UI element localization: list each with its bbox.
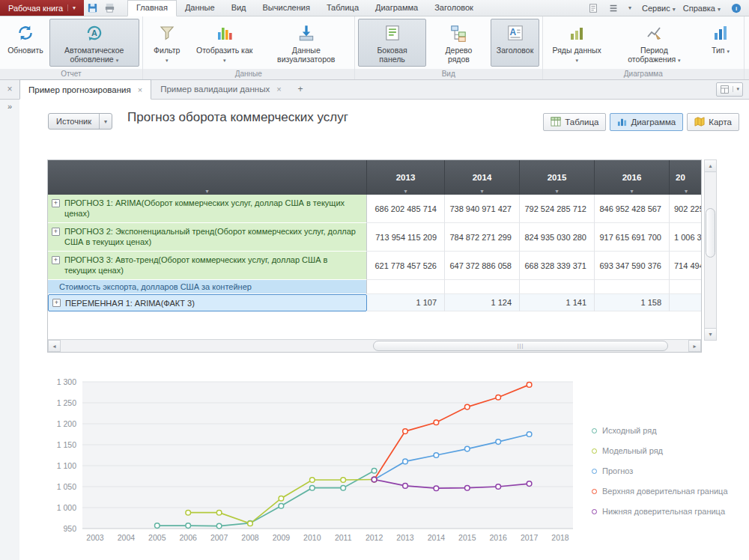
- filter-icon[interactable]: ▾: [630, 188, 633, 195]
- table-cell[interactable]: 1 158: [595, 294, 670, 311]
- ribbon-button[interactable]: Фильтр ▾: [146, 19, 188, 67]
- print-icon[interactable]: [101, 0, 118, 16]
- source-button[interactable]: Источник ▾: [48, 113, 112, 130]
- scroll-up-icon[interactable]: ▴: [705, 160, 716, 172]
- close-icon[interactable]: ×: [0, 80, 19, 99]
- table-cell[interactable]: [670, 294, 702, 311]
- expand-sidebar-icon[interactable]: »: [0, 100, 19, 111]
- ribbon-button[interactable]: Данные визуализаторов: [261, 19, 351, 67]
- ribbon-tab-5[interactable]: Диаграмма: [367, 0, 426, 16]
- view-chart-button[interactable]: Диаграмма: [610, 113, 683, 131]
- view-map-button[interactable]: Карта: [687, 113, 739, 131]
- document-tab-0[interactable]: Пример прогнозирования×: [19, 79, 151, 100]
- document-tab-1[interactable]: Пример валидации данных×: [151, 79, 290, 99]
- table-cell[interactable]: 647 372 886 058: [445, 252, 520, 280]
- table-cell[interactable]: 917 615 691 700: [595, 223, 670, 252]
- table-header-year[interactable]: 2013▾: [367, 160, 445, 195]
- table-header-year[interactable]: 20▾: [670, 160, 702, 195]
- horizontal-scrollbar[interactable]: ◂ ||| ▸: [48, 339, 701, 352]
- row-label[interactable]: Стоимость экспорта, долларов США за конт…: [48, 280, 367, 294]
- filter-icon[interactable]: ▾: [205, 188, 208, 195]
- expand-icon[interactable]: +: [52, 199, 60, 207]
- ribbon-button[interactable]: Отобразить как ▾: [189, 19, 260, 67]
- ribbon-tab-2[interactable]: Вид: [223, 0, 255, 16]
- ribbon-tab-4[interactable]: Таблица: [318, 0, 367, 16]
- ribbon-button[interactable]: Боковая панель: [358, 19, 427, 67]
- table-cell[interactable]: [520, 280, 595, 294]
- ribbon-tab-0[interactable]: Главная: [127, 0, 177, 16]
- ribbon-button[interactable]: Ряды данных ▾: [546, 19, 608, 67]
- ribbon-button[interactable]: Дерево рядов: [428, 19, 489, 67]
- new-tab-button[interactable]: +: [291, 80, 311, 99]
- ribbon-tab-6[interactable]: Заголовок: [426, 0, 482, 16]
- row-label[interactable]: +ПЕРЕМЕННАЯ 1: ARIMA(ФАКТ 3): [48, 294, 367, 311]
- filter-icon[interactable]: ▾: [480, 188, 483, 195]
- legend-item-4[interactable]: Нижняя доверительная граница: [592, 506, 728, 517]
- docbar-right: ▾: [716, 79, 749, 99]
- table-cell[interactable]: 792 524 285 712: [520, 195, 595, 223]
- filter-icon[interactable]: ▾: [404, 188, 407, 195]
- table-header-year[interactable]: 2016▾: [595, 160, 670, 195]
- table-header-year[interactable]: 2015▾: [520, 160, 595, 195]
- menu-item-0[interactable]: Сервис ▾: [638, 4, 679, 13]
- table-cell[interactable]: [367, 280, 445, 294]
- expand-icon[interactable]: +: [52, 256, 60, 264]
- list-icon[interactable]: [605, 3, 622, 13]
- legend-item-1[interactable]: Модельный ряд: [592, 445, 728, 456]
- table-cell[interactable]: 668 328 339 371: [520, 252, 595, 280]
- table-cell[interactable]: 713 954 115 209: [367, 223, 445, 252]
- info-icon[interactable]: i: [728, 3, 745, 13]
- report-layout-button[interactable]: ▾: [716, 82, 743, 97]
- table-cell[interactable]: 714 494: [670, 252, 702, 280]
- filter-icon[interactable]: ▾: [555, 188, 558, 195]
- chevron-down-icon[interactable]: ▾: [733, 86, 742, 92]
- workbook-menu-button[interactable]: Рабочая книга ▾: [0, 0, 84, 16]
- row-label[interactable]: +ПРОГНОЗ 2: Экспоненциальный тренд(Оборо…: [48, 223, 367, 252]
- chevron-down-icon[interactable]: ▾: [625, 4, 634, 11]
- legend-item-3[interactable]: Верхняя доверительная граница: [592, 486, 728, 496]
- scroll-down-icon[interactable]: ▾: [705, 328, 716, 340]
- table-cell[interactable]: 686 202 485 714: [367, 195, 445, 223]
- table-cell[interactable]: 693 347 590 376: [595, 252, 670, 280]
- legend-item-0[interactable]: Исходный ряд: [592, 425, 728, 436]
- table-cell[interactable]: 1 006 383: [670, 223, 702, 252]
- save-icon[interactable]: [84, 0, 101, 16]
- close-icon[interactable]: ×: [276, 85, 281, 94]
- scroll-right-icon[interactable]: ▸: [688, 340, 701, 352]
- vertical-scrollbar[interactable]: ▴ ▾: [704, 159, 717, 341]
- table-cell[interactable]: 784 872 271 299: [445, 223, 520, 252]
- close-icon[interactable]: ×: [138, 85, 142, 94]
- ribbon-button[interactable]: AАвтоматическое обновление ▾: [49, 19, 139, 67]
- ribbon-button[interactable]: Обновить: [3, 19, 48, 67]
- legend-item-2[interactable]: Прогноз: [592, 466, 728, 476]
- scroll-left-icon[interactable]: ◂: [48, 340, 61, 352]
- ribbon-button[interactable]: Период отображения ▾: [610, 19, 699, 67]
- row-label[interactable]: +ПРОГНОЗ 1: ARIMA(Оборот коммерческих ус…: [48, 195, 367, 223]
- table-cell[interactable]: 1 124: [445, 294, 520, 311]
- table-cell[interactable]: 1 141: [520, 294, 595, 311]
- filter-icon[interactable]: ▾: [685, 188, 688, 195]
- expand-icon[interactable]: +: [52, 299, 61, 307]
- ribbon-tab-3[interactable]: Вычисления: [255, 0, 318, 16]
- view-table-button[interactable]: Таблица: [543, 113, 606, 131]
- table-cell[interactable]: 738 940 971 427: [445, 195, 520, 223]
- ribbon-tab-1[interactable]: Данные: [177, 0, 223, 16]
- vertical-scrollbar-thumb[interactable]: [706, 208, 715, 258]
- ribbon-button[interactable]: Тип ▾: [700, 19, 741, 67]
- horizontal-scrollbar-thumb[interactable]: |||: [373, 341, 668, 351]
- table-cell[interactable]: 824 935 030 280: [520, 223, 595, 252]
- row-label[interactable]: +ПРОГНОЗ 3: Авто-тренд(Оборот коммерческ…: [48, 252, 367, 280]
- table-cell[interactable]: 1 107: [367, 294, 445, 311]
- table-header-series[interactable]: ▾: [48, 160, 367, 195]
- table-cell[interactable]: [670, 280, 702, 294]
- ribbon-button[interactable]: AЗаголовок: [491, 19, 539, 67]
- table-cell[interactable]: 846 952 428 567: [595, 195, 670, 223]
- page-icon[interactable]: [585, 3, 601, 13]
- table-cell[interactable]: 621 778 457 526: [367, 252, 445, 280]
- menu-item-1[interactable]: Справка ▾: [679, 4, 724, 13]
- table-header-year[interactable]: 2014▾: [445, 160, 520, 195]
- table-cell[interactable]: 902 225: [670, 195, 702, 223]
- table-cell[interactable]: [445, 280, 520, 294]
- expand-icon[interactable]: +: [52, 228, 60, 236]
- table-cell[interactable]: [595, 280, 670, 294]
